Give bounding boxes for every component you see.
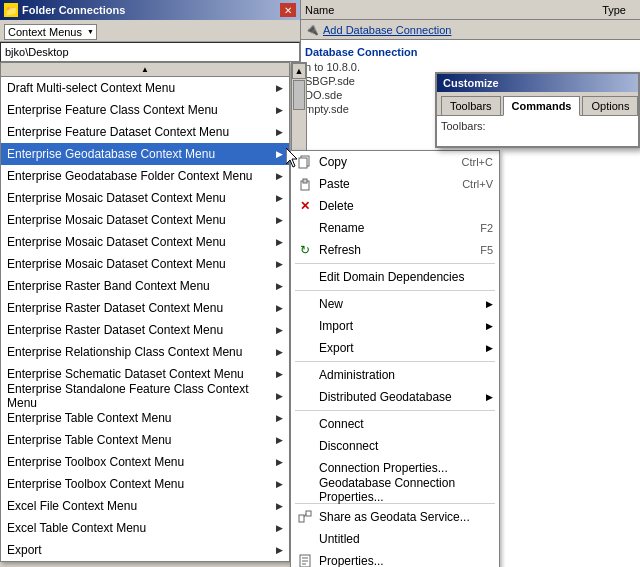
db-connection-header: Database Connection	[305, 44, 636, 60]
submenu-refresh[interactable]: ↻ Refresh F5	[291, 239, 499, 261]
add-database-connection-link[interactable]: Add Database Connection	[323, 24, 451, 36]
submenu-arrow: ▶	[276, 193, 283, 203]
submenu-arrow: ▶	[276, 391, 283, 401]
paste-icon	[297, 176, 313, 192]
context-menus-dropdown[interactable]: Context Menus	[4, 24, 97, 40]
distributed-label: Distributed Geodatabase	[319, 390, 486, 404]
svg-rect-4	[299, 515, 304, 522]
submenu-arrow: ▶	[276, 435, 283, 445]
list-item[interactable]: Enterprise Raster Band Context Menu ▶	[1, 275, 289, 297]
scroll-up[interactable]: ▲	[1, 63, 289, 77]
list-item[interactable]: Enterprise Table Context Menu ▶	[1, 429, 289, 451]
list-item[interactable]: Enterprise Relationship Class Context Me…	[1, 341, 289, 363]
new-icon	[297, 296, 313, 312]
list-item[interactable]: Enterprise Mosaic Dataset Context Menu ▶	[1, 209, 289, 231]
submenu-arrow: ▶	[276, 303, 283, 313]
submenu-arrow: ▶	[276, 545, 283, 555]
list-item[interactable]: Enterprise Raster Dataset Context Menu ▶	[1, 297, 289, 319]
geodatabase-connection-properties-label: Geodatabase Connection Properties...	[319, 476, 493, 504]
dialog-title-text: Customize	[443, 77, 499, 89]
submenu-rename[interactable]: Rename F2	[291, 217, 499, 239]
scrollbar-up-button[interactable]: ▲	[292, 63, 306, 79]
dialog-title-bar: Customize	[437, 74, 638, 92]
item-label: Enterprise Geodatabase Folder Context Me…	[7, 169, 276, 183]
folder-icon: 📁	[4, 3, 18, 17]
geo-conn-prop-icon	[297, 482, 313, 498]
rename-shortcut: F2	[480, 222, 493, 234]
submenu-connect[interactable]: Connect	[291, 413, 499, 435]
right-panel-header: Name Type	[301, 0, 640, 20]
list-item[interactable]: Excel File Context Menu ▶	[1, 495, 289, 517]
list-item[interactable]: Enterprise Mosaic Dataset Context Menu ▶	[1, 231, 289, 253]
submenu-export[interactable]: Export ▶	[291, 337, 499, 359]
submenu-arrow: ▶	[276, 83, 283, 93]
item-label: Enterprise Geodatabase Context Menu	[7, 147, 276, 161]
copy-icon	[297, 154, 313, 170]
submenu-administration[interactable]: Administration	[291, 364, 499, 386]
submenu-arrow: ▶	[276, 325, 283, 335]
item-label: Excel Table Context Menu	[7, 521, 276, 535]
delete-icon: ✕	[297, 198, 313, 214]
copy-label: Copy	[319, 155, 462, 169]
list-item[interactable]: Draft Multi-select Context Menu ▶	[1, 77, 289, 99]
item-label: Enterprise Toolbox Context Menu	[7, 477, 276, 491]
item-label: Export	[7, 543, 276, 557]
submenu-geodatabase-connection-properties[interactable]: Geodatabase Connection Properties...	[291, 479, 499, 501]
submenu-delete[interactable]: ✕ Delete	[291, 195, 499, 217]
separator-1	[295, 263, 495, 264]
list-item[interactable]: Enterprise Toolbox Context Menu ▶	[1, 473, 289, 495]
submenu-properties[interactable]: Properties...	[291, 550, 499, 567]
tab-options[interactable]: Options	[582, 96, 638, 115]
list-item[interactable]: Enterprise Toolbox Context Menu ▶	[1, 451, 289, 473]
list-item[interactable]: Enterprise Raster Dataset Context Menu ▶	[1, 319, 289, 341]
item-label: Enterprise Raster Dataset Context Menu	[7, 323, 276, 337]
submenu-arrow: ▶	[276, 479, 283, 489]
submenu-import[interactable]: Import ▶	[291, 315, 499, 337]
paste-label: Paste	[319, 177, 462, 191]
refresh-icon: ↻	[297, 242, 313, 258]
submenu-edit-domain[interactable]: Edit Domain Dependencies	[291, 266, 499, 288]
submenu-paste[interactable]: Paste Ctrl+V	[291, 173, 499, 195]
submenu-arrow: ▶	[276, 523, 283, 533]
list-item[interactable]: Excel Table Context Menu ▶	[1, 517, 289, 539]
export-label: Export	[319, 341, 486, 355]
submenu-arrow: ▶	[276, 237, 283, 247]
list-item[interactable]: Enterprise Geodatabase Folder Context Me…	[1, 165, 289, 187]
submenu-disconnect[interactable]: Disconnect	[291, 435, 499, 457]
close-button[interactable]: ✕	[280, 3, 296, 17]
disconnect-label: Disconnect	[319, 439, 493, 453]
submenu-copy[interactable]: Copy Ctrl+C	[291, 151, 499, 173]
separator-3	[295, 361, 495, 362]
submenu-new[interactable]: New ▶	[291, 293, 499, 315]
title-text: Folder Connections	[22, 4, 280, 16]
item-label: Enterprise Mosaic Dataset Context Menu	[7, 257, 276, 271]
list-item[interactable]: Enterprise Standalone Feature Class Cont…	[1, 385, 289, 407]
geodatabase-submenu: Copy Ctrl+C Paste Ctrl+V ✕ Delete Rename…	[290, 150, 500, 567]
list-item[interactable]: Enterprise Feature Dataset Context Menu …	[1, 121, 289, 143]
submenu-untitled[interactable]: Untitled	[291, 528, 499, 550]
list-item[interactable]: Enterprise Table Context Menu ▶	[1, 407, 289, 429]
svg-rect-3	[303, 179, 307, 183]
list-item[interactable]: Enterprise Feature Class Context Menu ▶	[1, 99, 289, 121]
submenu-distributed-geodatabase[interactable]: Distributed Geodatabase ▶	[291, 386, 499, 408]
separator-2	[295, 290, 495, 291]
list-item[interactable]: Enterprise Mosaic Dataset Context Menu ▶	[1, 253, 289, 275]
tab-commands[interactable]: Commands	[503, 96, 581, 116]
submenu-arrow: ▶	[276, 215, 283, 225]
scrollbar-thumb[interactable]	[293, 80, 305, 110]
item-label: Enterprise Table Context Menu	[7, 411, 276, 425]
item-label: Enterprise Schematic Dataset Context Men…	[7, 367, 276, 381]
tab-toolbars[interactable]: Toolbars	[441, 96, 501, 115]
submenu-arrow: ▶	[276, 105, 283, 115]
share-icon	[297, 509, 313, 525]
properties-icon	[297, 553, 313, 567]
connect-icon	[297, 416, 313, 432]
new-arrow: ▶	[486, 299, 493, 309]
administration-label: Administration	[319, 368, 493, 382]
list-item[interactable]: Export ▶	[1, 539, 289, 561]
submenu-share-geodata[interactable]: Share as Geodata Service...	[291, 506, 499, 528]
list-item[interactable]: Enterprise Mosaic Dataset Context Menu ▶	[1, 187, 289, 209]
distributed-icon	[297, 389, 313, 405]
list-item-selected[interactable]: Enterprise Geodatabase Context Menu ▶	[1, 143, 289, 165]
item-label: Enterprise Standalone Feature Class Cont…	[7, 382, 276, 410]
